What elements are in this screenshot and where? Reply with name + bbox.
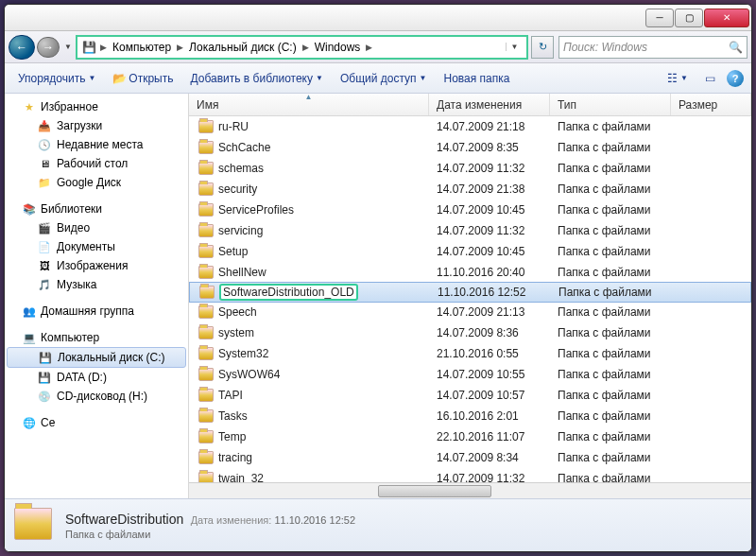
file-type: Папка с файлами bbox=[550, 368, 671, 381]
file-date: 14.07.2009 21:18 bbox=[429, 120, 550, 133]
add-library-button[interactable]: Добавить в библиотеку▼ bbox=[184, 69, 328, 88]
star-icon: ★ bbox=[22, 100, 37, 113]
file-type: Папка с файлами bbox=[550, 141, 671, 154]
breadcrumb-item[interactable]: Локальный диск (C:) bbox=[185, 41, 301, 54]
file-row[interactable]: ShellNew11.10.2016 20:40Папка с файлами bbox=[189, 262, 751, 283]
pictures-icon: 🖼 bbox=[37, 259, 52, 272]
file-row[interactable]: TAPI14.07.2009 10:57Папка с файлами bbox=[189, 385, 751, 406]
refresh-button[interactable]: ↻ bbox=[531, 36, 554, 59]
minimize-button[interactable]: ─ bbox=[645, 9, 674, 27]
navigation-pane: ★Избранное 📥Загрузки 🕓Недавние места 🖥Ра… bbox=[5, 94, 189, 498]
back-button[interactable]: ← bbox=[9, 35, 35, 60]
sidebar-item-drive-c[interactable]: 💾Локальный диск (C:) bbox=[7, 347, 186, 368]
sidebar-item-documents[interactable]: 📄Документы bbox=[5, 237, 188, 256]
folder-icon bbox=[198, 162, 214, 175]
preview-button[interactable]: ▭ bbox=[699, 69, 721, 88]
recent-icon: 🕓 bbox=[37, 138, 52, 151]
close-button[interactable]: ✕ bbox=[704, 9, 749, 27]
sidebar-item-music[interactable]: 🎵Музыка bbox=[5, 275, 188, 294]
file-row[interactable]: ru-RU14.07.2009 21:18Папка с файлами bbox=[189, 116, 751, 137]
titlebar: ─ ▢ ✕ bbox=[5, 5, 751, 31]
breadcrumb-item[interactable]: Windows bbox=[311, 41, 365, 54]
file-type: Папка с файлами bbox=[550, 326, 671, 339]
folder-icon bbox=[198, 305, 214, 319]
sidebar-item-drive-d[interactable]: 💾DATA (D:) bbox=[5, 368, 188, 387]
details-date-label: Дата изменения: bbox=[191, 514, 272, 526]
file-row[interactable]: SoftwareDistribution_OLD11.10.2016 12:52… bbox=[189, 282, 751, 303]
new-folder-button[interactable]: Новая папка bbox=[438, 69, 515, 88]
breadcrumb-bar[interactable]: 💾 ▶ Компьютер ▶ Локальный диск (C:) ▶ Wi… bbox=[77, 36, 527, 59]
file-type: Папка с файлами bbox=[551, 286, 672, 299]
file-row[interactable]: schemas14.07.2009 11:32Папка с файлами bbox=[189, 158, 751, 179]
sidebar-favorites-header[interactable]: ★Избранное bbox=[5, 97, 188, 116]
file-type: Папка с файлами bbox=[550, 305, 671, 319]
scrollbar-thumb[interactable] bbox=[378, 485, 491, 497]
sidebar-item-downloads[interactable]: 📥Загрузки bbox=[5, 116, 188, 135]
help-button[interactable]: ? bbox=[727, 70, 744, 87]
file-date: 14.07.2009 11:32 bbox=[429, 162, 550, 175]
file-list-pane: Имя▲ Дата изменения Тип Размер ru-RU14.0… bbox=[189, 94, 751, 498]
file-date: 14.07.2009 10:45 bbox=[429, 203, 550, 217]
sidebar-item-pictures[interactable]: 🖼Изображения bbox=[5, 256, 188, 275]
file-type: Папка с файлами bbox=[550, 347, 671, 360]
file-row[interactable]: Tasks16.10.2016 2:01Папка с файлами bbox=[189, 406, 751, 426]
file-type: Папка с файлами bbox=[550, 224, 671, 237]
open-button[interactable]: 📂Открыть bbox=[107, 69, 179, 88]
file-row[interactable]: System3221.10.2016 0:55Папка с файлами bbox=[189, 343, 751, 364]
sidebar-item-cd-drive[interactable]: 💿CD-дисковод (H:) bbox=[5, 387, 188, 406]
file-date: 14.07.2009 8:36 bbox=[429, 326, 550, 339]
chevron-right-icon[interactable]: ▶ bbox=[364, 43, 374, 52]
horizontal-scrollbar[interactable] bbox=[189, 482, 751, 498]
music-icon: 🎵 bbox=[37, 278, 52, 291]
file-name: System32 bbox=[218, 347, 268, 360]
sidebar-item-gdrive[interactable]: 📁Google Диск bbox=[5, 173, 188, 192]
history-dropdown[interactable]: ▼ bbox=[61, 38, 75, 57]
breadcrumb-item[interactable]: Компьютер bbox=[109, 41, 175, 54]
file-row[interactable]: servicing14.07.2009 11:32Папка с файлами bbox=[189, 220, 751, 241]
file-row[interactable]: security14.07.2009 21:38Папка с файлами bbox=[189, 179, 751, 200]
sidebar-item-recent[interactable]: 🕓Недавние места bbox=[5, 135, 188, 154]
file-row[interactable]: twain_3214.07.2009 11:32Папка с файлами bbox=[189, 468, 751, 482]
file-name: tracing bbox=[218, 451, 252, 464]
file-date: 14.07.2009 21:13 bbox=[429, 305, 550, 319]
file-date: 14.07.2009 8:34 bbox=[429, 451, 550, 464]
file-row[interactable]: SysWOW6414.07.2009 10:55Папка с файлами bbox=[189, 364, 751, 385]
chevron-right-icon[interactable]: ▶ bbox=[175, 43, 185, 52]
chevron-right-icon[interactable]: ▶ bbox=[98, 43, 109, 52]
column-size[interactable]: Размер bbox=[671, 94, 751, 115]
file-date: 14.07.2009 10:45 bbox=[429, 245, 550, 258]
folder-icon bbox=[198, 326, 214, 339]
file-type: Папка с файлами bbox=[550, 451, 671, 464]
column-type[interactable]: Тип bbox=[550, 94, 671, 115]
file-row[interactable]: SchCache14.07.2009 8:35Папка с файлами bbox=[189, 137, 751, 158]
file-name: ServiceProfiles bbox=[218, 203, 294, 217]
file-name: system bbox=[218, 326, 254, 339]
file-row[interactable]: Temp22.10.2016 11:07Папка с файлами bbox=[189, 426, 751, 447]
sidebar-computer-header[interactable]: 💻Компьютер bbox=[5, 328, 188, 347]
organize-button[interactable]: Упорядочить▼ bbox=[12, 69, 101, 88]
sidebar-item-videos[interactable]: 🎬Видео bbox=[5, 218, 188, 237]
address-dropdown[interactable]: ▼ bbox=[506, 43, 523, 51]
search-input[interactable]: Поиск: Windows 🔍 bbox=[558, 36, 747, 59]
file-row[interactable]: Setup14.07.2009 10:45Папка с файлами bbox=[189, 241, 751, 262]
file-type: Папка с файлами bbox=[550, 266, 671, 279]
maximize-button[interactable]: ▢ bbox=[675, 9, 703, 27]
sidebar-network-header[interactable]: 🌐Се bbox=[5, 413, 188, 432]
column-date[interactable]: Дата изменения bbox=[429, 94, 550, 115]
forward-button[interactable]: → bbox=[37, 37, 60, 58]
folder-icon bbox=[198, 120, 214, 133]
file-row[interactable]: system14.07.2009 8:36Папка с файлами bbox=[189, 322, 751, 343]
file-list[interactable]: ru-RU14.07.2009 21:18Папка с файламиSchC… bbox=[189, 116, 751, 482]
file-row[interactable]: tracing14.07.2009 8:34Папка с файлами bbox=[189, 447, 751, 468]
chevron-right-icon[interactable]: ▶ bbox=[301, 43, 311, 52]
column-name[interactable]: Имя▲ bbox=[189, 94, 429, 115]
share-button[interactable]: Общий доступ▼ bbox=[335, 69, 433, 88]
file-row[interactable]: ServiceProfiles14.07.2009 10:45Папка с ф… bbox=[189, 200, 751, 220]
sidebar-item-desktop[interactable]: 🖥Рабочий стол bbox=[5, 154, 188, 173]
gdrive-icon: 📁 bbox=[37, 176, 52, 189]
file-row[interactable]: Speech14.07.2009 21:13Папка с файлами bbox=[189, 302, 751, 322]
sidebar-homegroup-header[interactable]: 👥Домашняя группа bbox=[5, 302, 188, 321]
view-button[interactable]: ☷▼ bbox=[662, 69, 694, 88]
file-type: Папка с файлами bbox=[550, 389, 671, 402]
sidebar-libraries-header[interactable]: 📚Библиотеки bbox=[5, 200, 188, 218]
